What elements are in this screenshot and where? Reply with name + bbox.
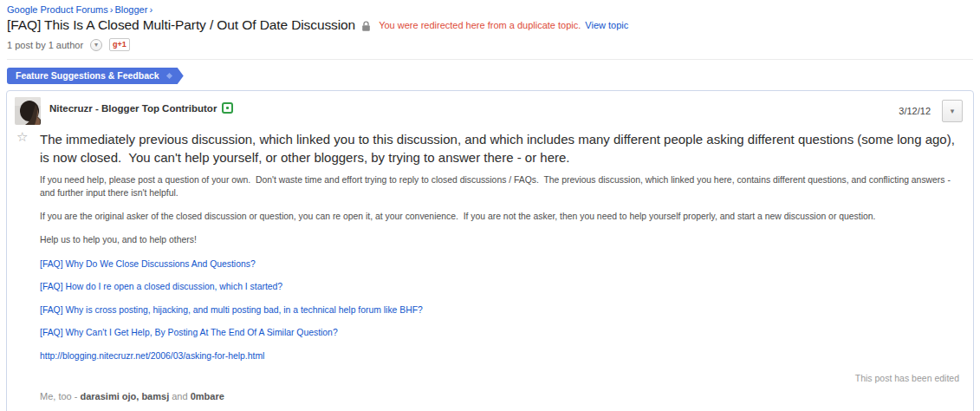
post-paragraph: If you need help, please post a question… [40, 174, 959, 199]
category-tag[interactable]: Feature Suggestions & Feedback [7, 68, 184, 84]
post-paragraph: Help us to help you, and to help others! [40, 234, 959, 246]
post-body: The immediately previous discussion, whi… [7, 131, 973, 401]
post-header: Nitecruzr - Blogger Top Contributor 3/12… [7, 91, 973, 125]
author-name: Nitecruzr - Blogger Top Contributor [49, 103, 217, 114]
redirect-notice: You were redirected here from a duplicat… [379, 20, 581, 30]
post-date: 3/12/12 [899, 106, 931, 116]
expand-posts-icon[interactable]: ▾ [90, 39, 102, 51]
link-line: [FAQ] How do I re open a closed discussi… [40, 281, 959, 292]
link-line: http://blogging.nitecruzr.net/2006/03/as… [40, 350, 959, 362]
edited-note: This post has been edited [40, 373, 959, 383]
faq-links: [FAQ] Why Do We Close Discussions And Qu… [40, 258, 959, 362]
star-icon[interactable]: ☆ [16, 130, 28, 143]
faq-link-cross-posting[interactable]: [FAQ] Why is cross posting, hijacking, a… [40, 305, 423, 315]
post-lead-paragraph: The immediately previous discussion, whi… [40, 131, 959, 166]
page-title: [FAQ] This Is A Closed Multi-Party / Out… [7, 17, 355, 33]
post-header-right: 3/12/12 ▾ [899, 97, 964, 122]
tag-arrow-icon [166, 72, 172, 78]
breadcrumb: Google Product Forums›Blogger› [7, 3, 973, 16]
post-paragraphs: If you need help, please post a question… [40, 174, 959, 246]
me-too-user: darasimi ojo [80, 391, 136, 401]
lock-icon [361, 21, 371, 32]
category-tag-row: Feature Suggestions & Feedback [7, 67, 980, 84]
me-too-user: 0mbare [191, 391, 224, 401]
post-count-label: 1 post by 1 author [7, 40, 83, 50]
post-paragraph: If you are the original asker of the clo… [40, 211, 959, 223]
me-too-prefix: Me, too - [40, 391, 80, 401]
post-count-row: 1 post by 1 author ▾ g+1 [7, 38, 973, 60]
title-row: [FAQ] This Is A Closed Multi-Party / Out… [7, 17, 973, 33]
post-container: Nitecruzr - Blogger Top Contributor 3/12… [6, 90, 974, 411]
breadcrumb-separator: › [110, 4, 114, 15]
link-line: [FAQ] Why Can't I Get Help, By Posting A… [40, 327, 959, 338]
breadcrumb-separator: › [149, 4, 153, 15]
link-line: [FAQ] Why Do We Close Discussions And Qu… [40, 258, 959, 270]
faq-link-close-discussions[interactable]: [FAQ] Why Do We Close Discussions And Qu… [40, 259, 256, 269]
me-too-line: Me, too - darasimi ojo, bamsj and 0mbare [40, 391, 959, 401]
asking-for-help-url-link[interactable]: http://blogging.nitecruzr.net/2006/03/as… [40, 351, 264, 361]
top-contributor-badge-icon [222, 102, 233, 114]
faq-link-similar-question[interactable]: [FAQ] Why Can't I Get Help, By Posting A… [40, 328, 338, 337]
author-line: Nitecruzr - Blogger Top Contributor [49, 102, 233, 114]
avatar [15, 97, 41, 125]
plus-one-button[interactable]: g+1 [109, 38, 130, 51]
view-topic-link[interactable]: View topic [585, 20, 628, 30]
me-too-and: and [169, 391, 190, 401]
category-tag-label: Feature Suggestions & Feedback [16, 70, 159, 81]
faq-link-reopen-discussion[interactable]: [FAQ] How do I re open a closed discussi… [40, 282, 282, 291]
page-header: Google Product Forums›Blogger› [FAQ] Thi… [0, 0, 980, 60]
me-too-user: bamsj [141, 391, 169, 401]
breadcrumb-link-forums[interactable]: Google Product Forums [7, 4, 108, 15]
post-menu-button[interactable]: ▾ [942, 100, 963, 122]
breadcrumb-link-blogger[interactable]: Blogger [114, 4, 147, 15]
link-line: [FAQ] Why is cross posting, hijacking, a… [40, 304, 959, 316]
